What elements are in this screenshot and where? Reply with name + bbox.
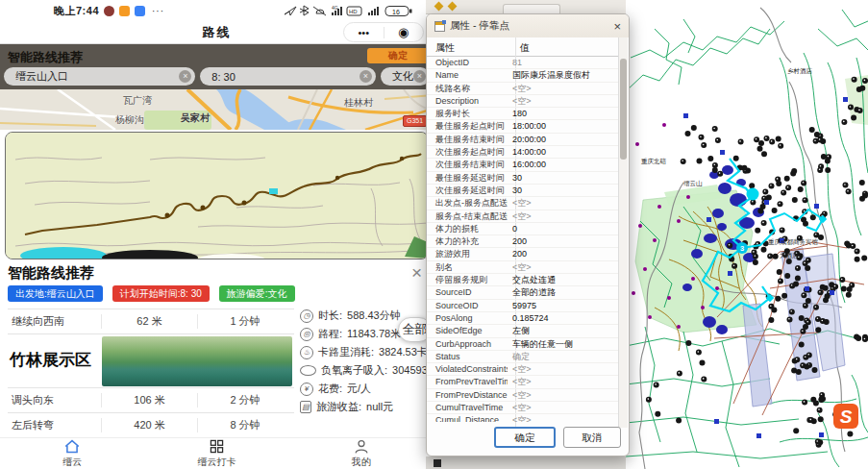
property-row[interactable]: ObjectID 81 (427, 57, 619, 69)
tab-profile[interactable]: 我的 (289, 438, 434, 469)
step-time: 2 分钟 (198, 393, 292, 407)
property-row[interactable]: ViolatedConstraints <空> (427, 363, 619, 376)
property-value: 59975 (508, 300, 619, 311)
property-value: <空> (508, 210, 619, 222)
cancel-button[interactable]: 取消 (563, 427, 621, 448)
property-key: 服务点-结束点配送时间 (427, 210, 508, 222)
filter-chip[interactable]: 缙云山入口 × (4, 67, 195, 86)
property-value: 20:00:00 (508, 134, 619, 145)
property-row[interactable]: Description <空> (427, 95, 619, 108)
svg-text:S: S (840, 407, 853, 427)
property-key: 次佳服务结束时间 (427, 159, 508, 170)
map-label: 桂林村 (344, 96, 373, 110)
stat-icon: ◷ (300, 309, 313, 323)
property-row[interactable]: Status 确定 (427, 351, 619, 363)
stat-label: 负氧离子吸入: (321, 363, 387, 378)
ok-button[interactable]: 确定 (494, 427, 556, 448)
property-row[interactable]: SideOfEdge 左侧 (427, 325, 619, 337)
property-key: 旅游效用 (427, 248, 508, 259)
stat-value: 11843.78米 (347, 327, 401, 341)
property-row[interactable]: 体力的补充 200 (427, 235, 619, 248)
tab-checkin[interactable]: 缙云打卡 (144, 438, 288, 469)
property-key: Cumul_Distance (427, 414, 508, 422)
tab-home[interactable]: 缙云 (0, 438, 144, 469)
chip-clear-icon[interactable]: × (413, 70, 426, 83)
property-value: 0.185724 (508, 312, 619, 324)
route-tag: 出发地:缙云山入口 (8, 285, 103, 302)
property-row[interactable]: 次佳服务结束时间 16:00:00 (427, 159, 619, 171)
phone-mini-app: 晚上7:44 ··· 4G HD (0, 0, 434, 469)
property-row[interactable]: PosAlong 0.185724 (427, 312, 619, 325)
checkbox-fragment (434, 459, 441, 467)
property-value: <空> (508, 389, 619, 401)
property-row[interactable]: 次佳服务延迟时间 30 (427, 185, 619, 197)
property-row[interactable]: 停留服务规则 交点处连通 (427, 274, 619, 286)
property-row[interactable]: CumulTravelTime <空> (427, 402, 619, 414)
svg-text:重庆成都商务宾馆: 重庆成都商务宾馆 (768, 238, 819, 246)
dialog-scrollbar[interactable] (618, 37, 628, 428)
property-value: 14:00:00 (508, 146, 619, 158)
property-key: 次佳服务起点时间 (427, 146, 508, 158)
chip-clear-icon[interactable]: × (179, 70, 191, 83)
property-key: SideOfEdge (427, 325, 508, 336)
property-row[interactable]: 线路名称 <空> (427, 83, 619, 95)
stat-label: 卡路里消耗: (318, 345, 374, 359)
trail-map-panel[interactable] (5, 132, 429, 259)
svg-text:大酒店: 大酒店 (780, 252, 799, 259)
stat-line: ▤ 旅游收益: null元 (300, 398, 434, 416)
battery-percent: 16 (392, 9, 400, 15)
property-key: 停留服务规则 (427, 274, 508, 285)
property-row[interactable]: CurbApproach 车辆的任意一侧 (427, 338, 619, 351)
property-key: 最佳服务结束时间 (427, 134, 508, 145)
bell-muted-icon (313, 7, 326, 15)
dialog-title-bar[interactable]: 属性 - 停靠点 × (427, 14, 629, 37)
network-type-label: 4G (332, 5, 338, 11)
property-value: 车辆的任意一侧 (508, 338, 619, 350)
property-row[interactable]: 最佳服务起点时间 18:00:00 (427, 120, 619, 133)
property-row[interactable]: Cumul_Distance <空> (427, 414, 619, 422)
more-options-button[interactable]: ••• (344, 27, 384, 38)
svg-text:重庆北碚: 重庆北碚 (641, 158, 667, 165)
property-row[interactable]: 次佳服务起点时间 14:00:00 (427, 146, 619, 159)
stat-value: 元/人 (347, 382, 371, 396)
property-row[interactable]: SourceOID 59975 (427, 300, 619, 312)
base-map-strip[interactable]: 瓦广湾 杨柳沟 吴家村 桂林村 G351 (0, 89, 434, 130)
chip-clear-icon[interactable]: × (360, 70, 372, 83)
property-row[interactable]: FromPrevDistance <空> (427, 389, 619, 402)
screenshot-stage: 晚上7:44 ··· 4G HD (0, 0, 868, 469)
property-row[interactable]: FromPrevTravelTime <空> (427, 376, 619, 388)
property-value: 国际康乐温泉度假村 (508, 69, 619, 81)
property-row[interactable]: 服务时长 180 (427, 108, 619, 120)
properties-table-header: 属性 值 (427, 37, 619, 57)
svg-text:3: 3 (740, 244, 744, 253)
property-row[interactable]: SourceID 全部的道路 (427, 286, 619, 299)
confirm-button[interactable]: 确定 (367, 48, 429, 63)
property-key: FromPrevDistance (427, 389, 508, 401)
property-row[interactable]: 最佳服务结束时间 20:00:00 (427, 134, 619, 146)
property-key: 线路名称 (427, 83, 508, 94)
close-icon[interactable]: × (613, 20, 621, 33)
property-row[interactable]: 出发点-服务点配送时间 <空> (427, 197, 619, 210)
property-row[interactable]: 旅游效用 200 (427, 248, 619, 260)
property-row[interactable]: Name 国际康乐温泉度假村 (427, 69, 619, 82)
property-row[interactable]: 最佳服务延迟时间 30 (427, 172, 619, 185)
filter-chip[interactable]: 文化 × (381, 67, 430, 86)
stat-value: 588.43分钟 (347, 309, 401, 323)
smart-route-panel-title: 智能路线推荐 (8, 49, 83, 66)
filter-chip[interactable]: 8: 30 × (200, 67, 376, 86)
s-logo: S (833, 404, 858, 429)
property-value: 0 (508, 223, 619, 234)
step-distance: 106 米 (102, 393, 198, 407)
property-value: <空> (508, 261, 619, 273)
property-row[interactable]: 别名 <空> (427, 261, 619, 274)
close-icon[interactable]: × (411, 262, 422, 284)
property-row[interactable]: 体力的损耗 0 (427, 223, 619, 235)
exit-miniprogram-button[interactable]: ◉ (384, 26, 424, 38)
stat-value: null元 (366, 400, 393, 414)
stat-label: 旅游收益: (316, 400, 361, 414)
gis-map[interactable]: 3 S 乡村酒店重庆北碚缙云山重庆成都商务宾馆大酒店 (626, 0, 868, 469)
property-value: 确定 (508, 351, 619, 362)
property-row[interactable]: 服务点-结束点配送时间 <空> (427, 210, 619, 223)
stat-line: 负氧离子吸入: 3045932.93个 (300, 361, 434, 380)
scrollbar-thumb[interactable] (620, 59, 627, 160)
